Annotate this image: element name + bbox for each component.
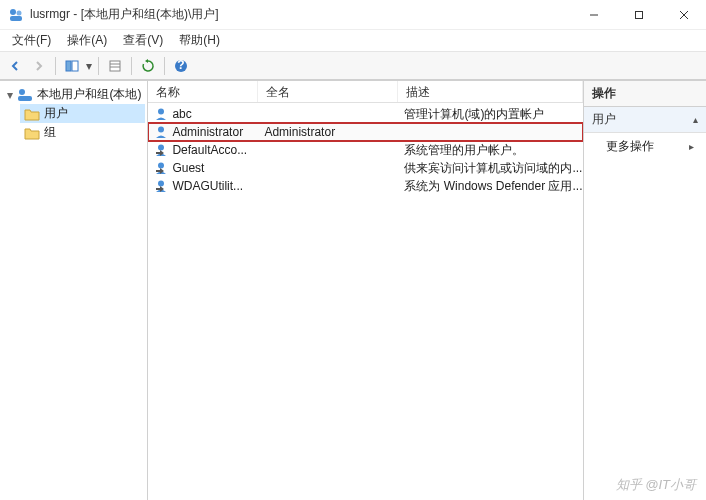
user-icon xyxy=(154,125,168,139)
svg-rect-7 xyxy=(66,61,71,71)
column-name[interactable]: 名称 xyxy=(148,81,258,102)
svg-point-16 xyxy=(158,109,164,115)
table-row[interactable]: DefaultAcco...系统管理的用户帐户。 xyxy=(148,141,582,159)
svg-point-20 xyxy=(158,181,164,187)
toolbar-separator xyxy=(55,57,56,75)
export-list-button[interactable] xyxy=(104,55,126,77)
title-bar: lusrmgr - [本地用户和组(本地)\用户] xyxy=(0,0,706,30)
menu-file[interactable]: 文件(F) xyxy=(4,30,59,51)
user-icon xyxy=(154,161,168,175)
table-row[interactable]: Guest供来宾访问计算机或访问域的内... xyxy=(148,159,582,177)
maximize-button[interactable] xyxy=(616,0,661,30)
folder-icon xyxy=(24,107,40,121)
svg-point-0 xyxy=(10,9,16,15)
actions-header: 操作 xyxy=(584,81,707,107)
svg-point-14 xyxy=(19,89,25,95)
window-title: lusrmgr - [本地用户和组(本地)\用户] xyxy=(30,6,571,23)
cell-description: 系统为 Windows Defender 应用... xyxy=(404,178,582,195)
back-button[interactable] xyxy=(4,55,26,77)
chevron-up-icon: ▴ xyxy=(693,114,698,125)
menu-action[interactable]: 操作(A) xyxy=(59,30,115,51)
svg-rect-9 xyxy=(110,61,120,71)
cell-description: 管理计算机(域)的内置帐户 xyxy=(404,106,582,123)
help-button[interactable]: ? xyxy=(170,55,192,77)
svg-point-18 xyxy=(158,145,164,151)
column-fullname[interactable]: 全名 xyxy=(258,81,398,102)
show-hide-tree-button[interactable] xyxy=(61,55,83,77)
svg-rect-2 xyxy=(10,16,22,21)
svg-point-19 xyxy=(158,163,164,169)
close-button[interactable] xyxy=(661,0,706,30)
forward-button[interactable] xyxy=(28,55,50,77)
actions-panel: 操作 用户 ▴ 更多操作 ▸ xyxy=(584,81,707,500)
tree-users-label: 用户 xyxy=(44,105,68,122)
actions-more-label: 更多操作 xyxy=(606,138,654,155)
list-panel: 名称 全名 描述 abc管理计算机(域)的内置帐户AdministratorAd… xyxy=(148,81,583,500)
toolbar-separator xyxy=(98,57,99,75)
user-icon xyxy=(154,107,168,121)
folder-icon xyxy=(24,126,40,140)
table-row[interactable]: AdministratorAdministrator xyxy=(148,123,582,141)
app-icon xyxy=(8,7,24,23)
tree-groups[interactable]: 组 xyxy=(20,123,145,142)
menu-help[interactable]: 帮助(H) xyxy=(171,30,228,51)
toolbar: ▾ ? xyxy=(0,52,706,80)
cell-description: 系统管理的用户帐户。 xyxy=(404,142,582,159)
actions-more[interactable]: 更多操作 ▸ xyxy=(584,133,707,160)
svg-text:?: ? xyxy=(177,59,184,72)
toolbar-separator xyxy=(164,57,165,75)
cell-name: WDAGUtilit... xyxy=(172,179,243,193)
cell-name: Administrator xyxy=(172,125,243,139)
svg-rect-4 xyxy=(635,11,642,18)
user-icon xyxy=(154,143,168,157)
menu-bar: 文件(F) 操作(A) 查看(V) 帮助(H) xyxy=(0,30,706,52)
menu-view[interactable]: 查看(V) xyxy=(115,30,171,51)
user-icon xyxy=(154,179,168,193)
toolbar-separator xyxy=(131,57,132,75)
table-row[interactable]: abc管理计算机(域)的内置帐户 xyxy=(148,105,582,123)
tree-root[interactable]: ▾ 本地用户和组(本地) xyxy=(2,85,145,104)
svg-point-17 xyxy=(158,127,164,133)
refresh-button[interactable] xyxy=(137,55,159,77)
users-groups-icon xyxy=(17,88,33,102)
cell-name: abc xyxy=(172,107,191,121)
svg-rect-15 xyxy=(18,96,32,101)
tree-groups-label: 组 xyxy=(44,124,56,141)
cell-description: 供来宾访问计算机或访问域的内... xyxy=(404,160,582,177)
tree-root-label: 本地用户和组(本地) xyxy=(37,86,141,103)
cell-name: DefaultAcco... xyxy=(172,143,247,157)
window-controls xyxy=(571,0,706,30)
actions-section[interactable]: 用户 ▴ xyxy=(584,107,707,133)
svg-point-1 xyxy=(17,10,22,15)
list-header: 名称 全名 描述 xyxy=(148,81,582,103)
actions-section-label: 用户 xyxy=(592,111,616,128)
chevron-down-icon[interactable]: ▾ xyxy=(85,59,93,73)
content-body: ▾ 本地用户和组(本地) 用户 组 名称 全名 描述 abc管理计算机(域)的内… xyxy=(0,80,706,500)
chevron-right-icon: ▸ xyxy=(689,141,694,152)
cell-fullname: Administrator xyxy=(264,125,404,139)
table-row[interactable]: WDAGUtilit...系统为 Windows Defender 应用... xyxy=(148,177,582,195)
collapse-icon[interactable]: ▾ xyxy=(6,88,13,102)
column-description[interactable]: 描述 xyxy=(398,81,582,102)
tree-users[interactable]: 用户 xyxy=(20,104,145,123)
list-body: abc管理计算机(域)的内置帐户AdministratorAdministrat… xyxy=(148,103,582,500)
cell-name: Guest xyxy=(172,161,204,175)
svg-rect-8 xyxy=(72,61,78,71)
minimize-button[interactable] xyxy=(571,0,616,30)
tree-panel: ▾ 本地用户和组(本地) 用户 组 xyxy=(0,81,148,500)
